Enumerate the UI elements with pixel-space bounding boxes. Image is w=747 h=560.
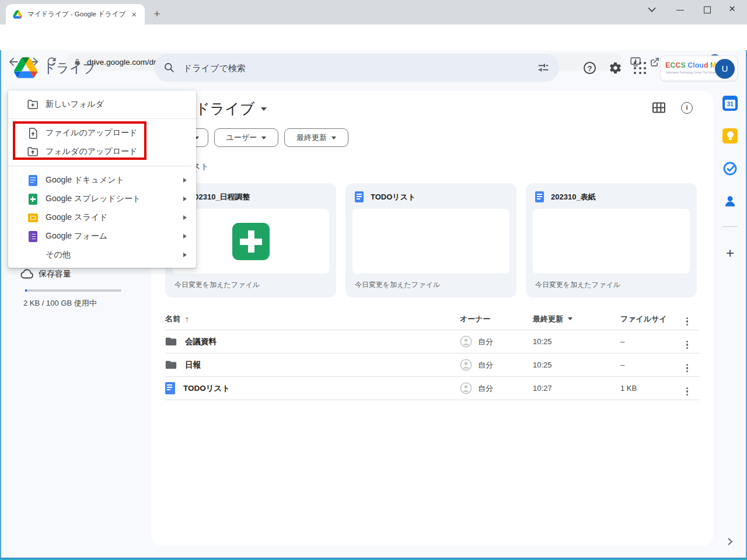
- window-minimize-button[interactable]: [676, 10, 684, 10]
- menu-item-google-sheets[interactable]: Google スプレッドシート: [8, 190, 196, 208]
- menu-item-google-slides[interactable]: Google スライド: [8, 208, 196, 227]
- storage-progress-bar: [25, 289, 121, 292]
- settings-gear-icon[interactable]: [609, 61, 622, 75]
- show-side-panel-chevron-icon[interactable]: [727, 537, 733, 546]
- owner-avatar-icon: [460, 382, 472, 394]
- file-owner: 自分: [478, 337, 493, 347]
- grid-view-toggle-icon[interactable]: [652, 102, 666, 114]
- cloud-storage-icon: [20, 268, 34, 279]
- submenu-arrow-icon: [183, 197, 187, 201]
- suggested-cards-row: 202310_日程調整 今日変更を加えたファイル TODOリスト 今日変更を加え…: [165, 183, 697, 298]
- window-close-button[interactable]: ×: [729, 2, 735, 15]
- menu-divider: [8, 118, 196, 119]
- card-reason: 今日変更を加えたファイル: [345, 274, 516, 296]
- submenu-arrow-icon: [183, 215, 187, 220]
- tasks-icon[interactable]: [722, 161, 738, 176]
- file-owner: 自分: [478, 360, 493, 370]
- row-actions-kebab-icon[interactable]: [686, 364, 688, 373]
- tab-close-icon[interactable]: ×: [129, 9, 139, 20]
- google-slides-icon: [27, 212, 39, 223]
- storage-label[interactable]: 保存容量: [39, 269, 71, 279]
- column-header-modified[interactable]: 最終更新: [533, 314, 620, 324]
- docs-file-icon: [355, 191, 364, 202]
- card-title: 202310_日程調整: [190, 192, 250, 202]
- drive-app-title: ドライブ: [43, 60, 96, 77]
- window-maximize-button[interactable]: [704, 6, 711, 13]
- file-table: 名前 ↑ オーナー 最終更新 ファイルサイ 会議資料: [165, 308, 699, 400]
- card-reason: 今日変更を加えたファイル: [526, 274, 697, 296]
- drive-logo[interactable]: [14, 57, 37, 78]
- search-options-tune-icon[interactable]: [537, 61, 550, 74]
- row-actions-kebab-icon[interactable]: [686, 341, 688, 349]
- column-settings-kebab-icon[interactable]: [686, 317, 688, 326]
- browser-toolbar: drive.google.com/drive/my-drive ☆ U: [0, 24, 747, 50]
- column-header-size[interactable]: ファイルサイ: [620, 314, 686, 324]
- table-row[interactable]: 会議資料 自分 10:25 –: [165, 330, 699, 354]
- google-sheets-icon: [27, 193, 39, 205]
- row-actions-kebab-icon[interactable]: [686, 387, 688, 396]
- chevron-down-icon: [331, 136, 336, 139]
- file-modified: 10:27: [533, 384, 620, 393]
- new-menu: 新しいフォルダ ファイルのアップロード フォルダのアップロード: [8, 90, 196, 268]
- bulb-icon: [727, 131, 734, 138]
- menu-item-more[interactable]: その他: [8, 246, 196, 264]
- card-preview: [352, 209, 509, 274]
- filter-chip-modified[interactable]: 最終更新: [284, 128, 348, 147]
- side-panel-divider: [722, 226, 738, 227]
- window-menu-chevron-icon[interactable]: [648, 7, 656, 12]
- browser-window: マイドライブ - Google ドライブ × + × drive.google.…: [0, 0, 747, 560]
- folder-icon: [165, 337, 177, 346]
- table-header-row: 名前 ↑ オーナー 最終更新 ファイルサイ: [165, 308, 699, 330]
- annotation-highlight-box: [13, 121, 146, 160]
- info-icon[interactable]: i: [681, 102, 693, 114]
- card-title: TODOリスト: [371, 192, 416, 202]
- chip-label: 最終更新: [296, 132, 327, 143]
- keep-icon[interactable]: [722, 128, 738, 144]
- new-folder-icon: [27, 99, 39, 110]
- contacts-icon[interactable]: [722, 194, 738, 209]
- search-icon: [163, 62, 175, 74]
- tab-title: マイドライブ - Google ドライブ: [27, 10, 129, 19]
- main-content: マイドライブ i 種類 ユーザー 最終更新 候補リスト 202310_日程調整: [151, 91, 713, 545]
- browser-tab[interactable]: マイドライブ - Google ドライブ ×: [6, 4, 145, 24]
- drive-avatar[interactable]: U: [715, 59, 735, 79]
- file-size: –: [620, 337, 686, 346]
- menu-item-new-folder[interactable]: 新しいフォルダ: [8, 95, 196, 114]
- chip-label: ユーザー: [226, 132, 257, 143]
- get-addons-plus-icon[interactable]: +: [724, 245, 736, 261]
- sheets-logo-icon: [232, 223, 270, 260]
- file-size: 1 KB: [620, 384, 686, 393]
- google-docs-icon: [27, 174, 39, 186]
- help-icon[interactable]: ?: [584, 62, 596, 74]
- card-preview: [533, 209, 690, 274]
- search-input[interactable]: [183, 63, 537, 73]
- account-badge[interactable]: ECCS Cloud Mail Information Technology C…: [660, 55, 738, 81]
- column-header-owner[interactable]: オーナー: [460, 314, 533, 324]
- title-dropdown-caret-icon: [261, 107, 267, 111]
- menu-divider: [8, 166, 196, 166]
- chevron-down-icon: [261, 136, 266, 139]
- column-header-name[interactable]: 名前 ↑: [165, 314, 189, 324]
- table-row[interactable]: 日報 自分 10:25 –: [165, 354, 699, 377]
- suggested-card[interactable]: 202310_表紙 今日変更を加えたファイル: [526, 183, 697, 298]
- table-row[interactable]: TODOリスト 自分 10:27 1 KB: [165, 377, 699, 400]
- calendar-icon[interactable]: 31: [722, 96, 738, 111]
- file-name: 日報: [185, 360, 201, 370]
- card-title: 202310_表紙: [551, 192, 596, 202]
- filter-chip-people[interactable]: ユーザー: [214, 128, 278, 147]
- google-apps-grid-icon[interactable]: [634, 62, 646, 74]
- share-icon[interactable]: [648, 55, 661, 68]
- file-name: TODOリスト: [183, 383, 230, 394]
- storage-usage-text: 2 KB / 100 GB 使用中: [23, 298, 97, 309]
- new-tab-button[interactable]: +: [149, 6, 165, 22]
- suggested-card[interactable]: TODOリスト 今日変更を加えたファイル: [345, 183, 516, 298]
- submenu-arrow-icon: [183, 253, 187, 257]
- menu-item-google-forms[interactable]: Google フォーム: [8, 227, 196, 246]
- file-name: 会議資料: [185, 337, 217, 347]
- drive-search-bar[interactable]: [154, 54, 559, 82]
- menu-item-google-docs[interactable]: Google ドキュメント: [8, 171, 196, 190]
- folder-icon: [165, 360, 177, 370]
- file-modified: 10:25: [533, 360, 620, 369]
- tab-strip: マイドライブ - Google ドライブ × + ×: [0, 0, 747, 24]
- file-size: –: [620, 360, 686, 369]
